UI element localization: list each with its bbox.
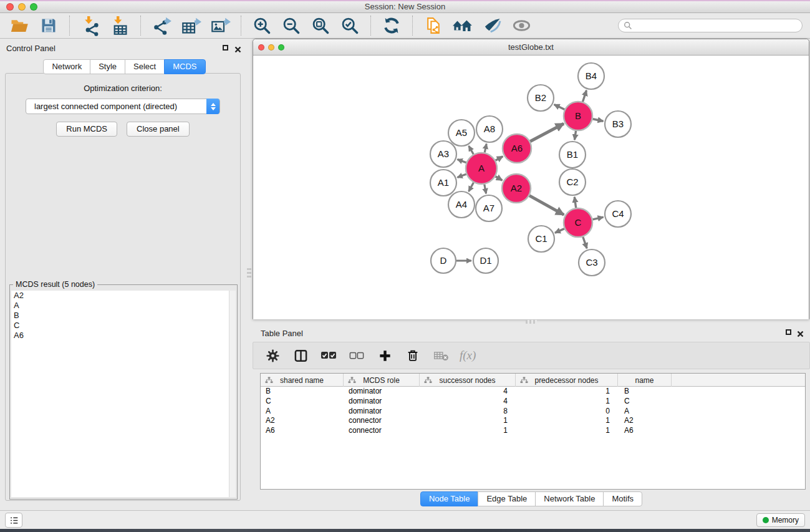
node-label-A1: A1 [438, 177, 449, 188]
edge-A-A1[interactable] [457, 174, 466, 177]
edge-A-A6[interactable] [496, 157, 503, 161]
table-row[interactable]: Adominator80A [261, 407, 805, 417]
tab-select[interactable]: Select [125, 59, 165, 74]
node-label-C2: C2 [566, 177, 578, 187]
edge-A-A4[interactable] [469, 183, 474, 191]
zoom-selected-icon[interactable] [338, 14, 362, 37]
cell: 1 [516, 397, 618, 407]
close-network-button[interactable] [258, 44, 264, 51]
close-window-button[interactable] [6, 3, 14, 11]
table-settings-gear-icon[interactable] [263, 346, 282, 365]
table-row[interactable]: A2connector11A2 [261, 416, 805, 426]
export-network-icon[interactable] [150, 14, 173, 37]
zoom-fit-icon[interactable] [309, 14, 332, 37]
horizontal-splitter-grip[interactable] [526, 320, 537, 324]
table-row[interactable]: A6connector11A6 [261, 426, 805, 436]
edge-C-C4[interactable] [592, 217, 603, 220]
edge-A-A8[interactable] [485, 144, 486, 153]
edge-B-B2[interactable] [554, 104, 565, 109]
search-input[interactable] [635, 20, 802, 31]
cell: connector [344, 426, 420, 436]
table-row[interactable]: Bdominator41B [261, 387, 805, 397]
edge-A-A3[interactable] [457, 159, 466, 162]
optimization-criterion-select[interactable]: largest connected component (directed) [26, 99, 220, 114]
deselect-all-icon[interactable] [347, 346, 366, 365]
edge-B-B3[interactable] [593, 119, 604, 121]
float-table-panel-icon[interactable] [786, 329, 791, 335]
edge-A-A7[interactable] [485, 185, 486, 194]
result-scrollbar[interactable] [229, 291, 236, 497]
mcds-result-list[interactable]: A2ABCA6 [11, 291, 236, 497]
network-graph[interactable]: B4B2BB3A5A8A6A3AB1A1C2A2A4A7CC4C1C3DD1 [253, 56, 809, 319]
zoom-window-button[interactable] [30, 3, 37, 11]
home-icon[interactable] [451, 14, 475, 37]
vertical-splitter-grip[interactable] [247, 268, 251, 279]
network-window-titlebar[interactable]: testGlobe.txt [253, 39, 809, 56]
column-header-predecessor-nodes[interactable]: predecessor nodes [516, 374, 618, 387]
open-session-icon[interactable] [7, 14, 31, 37]
delete-columns-trash-icon[interactable] [403, 346, 422, 365]
edge-A6-B[interactable] [530, 123, 564, 142]
import-network-icon[interactable] [79, 14, 102, 37]
cell: A2 [618, 416, 672, 426]
tab-node-table[interactable]: Node Table [420, 491, 479, 506]
node-label-A7: A7 [483, 203, 494, 213]
edge-A-A5[interactable] [469, 146, 474, 154]
edge-C-C1[interactable] [555, 229, 564, 233]
tab-network[interactable]: Network [43, 59, 90, 74]
close-panel-icon[interactable] [234, 44, 241, 51]
result-item[interactable]: A [11, 301, 236, 311]
column-header-name[interactable]: name [618, 374, 672, 387]
column-header-shared-name[interactable]: shared name [261, 374, 344, 387]
tab-motifs[interactable]: Motifs [603, 491, 642, 506]
zoom-network-button[interactable] [278, 44, 284, 51]
edge-B-B1[interactable] [574, 131, 576, 140]
close-panel-button[interactable]: Close panel [127, 122, 190, 137]
memory-button[interactable]: Memory [756, 513, 805, 527]
export-image-icon[interactable] [208, 14, 232, 37]
edge-C-C3[interactable] [583, 237, 587, 249]
select-all-icon[interactable] [319, 346, 338, 365]
network-canvas[interactable]: B4B2BB3A5A8A6A3AB1A1C2A2A4A7CC4C1C3DD1 [253, 56, 809, 319]
edge-C-C2[interactable] [574, 197, 576, 208]
minimize-network-button[interactable] [268, 44, 274, 51]
edge-B-B4[interactable] [582, 90, 586, 102]
console-button[interactable] [5, 513, 22, 528]
show-columns-icon[interactable] [291, 346, 310, 365]
edge-A-A2[interactable] [496, 177, 503, 180]
result-item[interactable]: C [11, 321, 236, 331]
mcds-result-title: MCDS result (5 nodes) [13, 280, 97, 289]
column-header-successor-nodes[interactable]: successor nodes [420, 374, 516, 387]
function-builder-icon[interactable]: f(x) [460, 349, 476, 362]
tab-mcds[interactable]: MCDS [164, 59, 205, 74]
tab-edge-table[interactable]: Edge Table [478, 491, 536, 506]
run-mcds-button[interactable]: Run MCDS [56, 122, 117, 137]
dropdown-stepper-icon[interactable] [206, 99, 219, 114]
cell: 8 [420, 407, 516, 417]
edge-A2-C[interactable] [529, 196, 564, 215]
table-row[interactable]: Cdominator41C [261, 397, 805, 407]
tab-network-table[interactable]: Network Table [535, 491, 604, 506]
tab-style[interactable]: Style [90, 59, 125, 74]
result-item[interactable]: B [11, 311, 236, 321]
column-label: shared name [280, 376, 324, 385]
close-table-panel-icon[interactable] [797, 329, 804, 336]
add-column-plus-icon[interactable] [375, 346, 394, 365]
result-item[interactable]: A6 [11, 331, 236, 341]
import-table-icon[interactable] [108, 14, 132, 37]
new-network-from-selection-icon[interactable] [422, 14, 445, 37]
column-header-MCDS-role[interactable]: MCDS role [344, 374, 420, 387]
export-table-icon[interactable] [179, 14, 203, 37]
float-panel-icon[interactable] [223, 45, 228, 51]
hierarchy-icon [265, 377, 273, 384]
network-window-title: testGlobe.txt [253, 39, 809, 56]
refresh-layout-icon[interactable] [380, 14, 403, 37]
minimize-window-button[interactable] [18, 3, 26, 11]
delete-table-icon[interactable] [432, 346, 450, 365]
toggle-graphics-details-icon[interactable] [480, 14, 504, 37]
zoom-in-icon[interactable] [250, 14, 274, 37]
zoom-out-icon[interactable] [279, 14, 303, 37]
save-session-icon[interactable] [37, 14, 60, 37]
result-item[interactable]: A2 [11, 291, 236, 301]
show-hide-eye-icon[interactable] [509, 14, 533, 37]
